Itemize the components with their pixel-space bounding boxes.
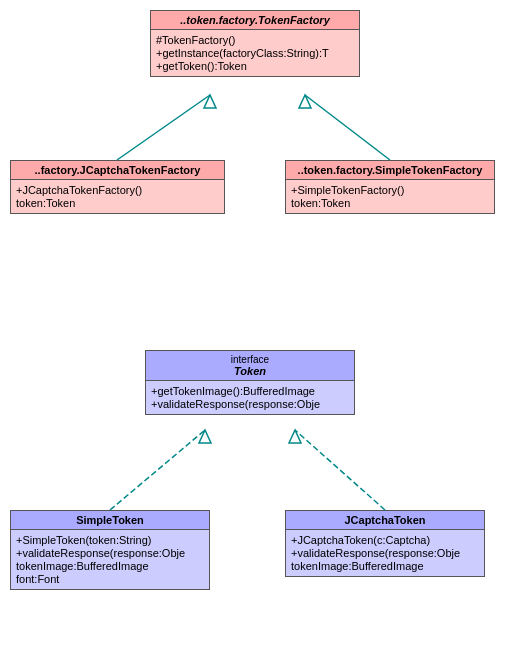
token-stereotype: interface bbox=[151, 354, 349, 365]
token-method-2: +validateResponse(response:Obje bbox=[151, 398, 349, 410]
simple-factory-method-2: token:Token bbox=[291, 197, 489, 209]
token-factory-title: ..token.factory.TokenFactory bbox=[151, 11, 359, 30]
simple-token-body: +SimpleToken(token:String) +validateResp… bbox=[11, 530, 209, 589]
jcaptcha-token-factory-body: +JCaptchaTokenFactory() token:Token bbox=[11, 180, 224, 213]
svg-line-6 bbox=[295, 430, 385, 510]
svg-line-4 bbox=[110, 430, 205, 510]
svg-marker-1 bbox=[204, 95, 216, 108]
token-interface-body: +getTokenImage():BufferedImage +validate… bbox=[146, 381, 354, 414]
simple-factory-method-1: +SimpleTokenFactory() bbox=[291, 184, 489, 196]
token-name: Token bbox=[151, 365, 349, 377]
token-factory-method-3: +getToken():Token bbox=[156, 60, 354, 72]
token-method-1: +getTokenImage():BufferedImage bbox=[151, 385, 349, 397]
simple-token-method-2: +validateResponse(response:Obje bbox=[16, 547, 204, 559]
jcaptcha-token-body: +JCaptchaToken(c:Captcha) +validateRespo… bbox=[286, 530, 484, 576]
simple-token-box: SimpleToken +SimpleToken(token:String) +… bbox=[10, 510, 210, 590]
svg-marker-7 bbox=[289, 430, 301, 443]
token-interface-box: interface Token +getTokenImage():Buffere… bbox=[145, 350, 355, 415]
token-factory-method-1: #TokenFactory() bbox=[156, 34, 354, 46]
svg-marker-5 bbox=[199, 430, 211, 443]
simple-token-factory-title: ..token.factory.SimpleTokenFactory bbox=[286, 161, 494, 180]
svg-line-0 bbox=[117, 95, 210, 160]
jcaptcha-factory-method-1: +JCaptchaTokenFactory() bbox=[16, 184, 219, 196]
svg-line-2 bbox=[305, 95, 390, 160]
simple-token-factory-body: +SimpleTokenFactory() token:Token bbox=[286, 180, 494, 213]
jcaptcha-token-factory-box: ..factory.JCaptchaTokenFactory +JCaptcha… bbox=[10, 160, 225, 214]
jcaptcha-token-name: JCaptchaToken bbox=[344, 514, 425, 526]
jcaptcha-token-factory-title: ..factory.JCaptchaTokenFactory bbox=[11, 161, 224, 180]
token-factory-body: #TokenFactory() +getInstance(factoryClas… bbox=[151, 30, 359, 76]
token-factory-name: ..token.factory.TokenFactory bbox=[180, 14, 330, 26]
simple-token-method-1: +SimpleToken(token:String) bbox=[16, 534, 204, 546]
simple-token-method-3: tokenImage:BufferedImage bbox=[16, 560, 204, 572]
token-interface-title: interface Token bbox=[146, 351, 354, 381]
jcaptcha-token-factory-name: ..factory.JCaptchaTokenFactory bbox=[35, 164, 201, 176]
token-factory-method-2: +getInstance(factoryClass:String):T bbox=[156, 47, 354, 59]
simple-token-factory-name: ..token.factory.SimpleTokenFactory bbox=[298, 164, 483, 176]
token-factory-box: ..token.factory.TokenFactory #TokenFacto… bbox=[150, 10, 360, 77]
jcaptcha-token-method-1: +JCaptchaToken(c:Captcha) bbox=[291, 534, 479, 546]
simple-token-name: SimpleToken bbox=[76, 514, 144, 526]
jcaptcha-factory-method-2: token:Token bbox=[16, 197, 219, 209]
jcaptcha-token-title: JCaptchaToken bbox=[286, 511, 484, 530]
simple-token-title: SimpleToken bbox=[11, 511, 209, 530]
svg-marker-3 bbox=[299, 95, 311, 108]
jcaptcha-token-method-3: tokenImage:BufferedImage bbox=[291, 560, 479, 572]
simple-token-factory-box: ..token.factory.SimpleTokenFactory +Simp… bbox=[285, 160, 495, 214]
diagram-container: ..token.factory.TokenFactory #TokenFacto… bbox=[0, 0, 506, 645]
simple-token-method-4: font:Font bbox=[16, 573, 204, 585]
jcaptcha-token-method-2: +validateResponse(response:Obje bbox=[291, 547, 479, 559]
jcaptcha-token-box: JCaptchaToken +JCaptchaToken(c:Captcha) … bbox=[285, 510, 485, 577]
